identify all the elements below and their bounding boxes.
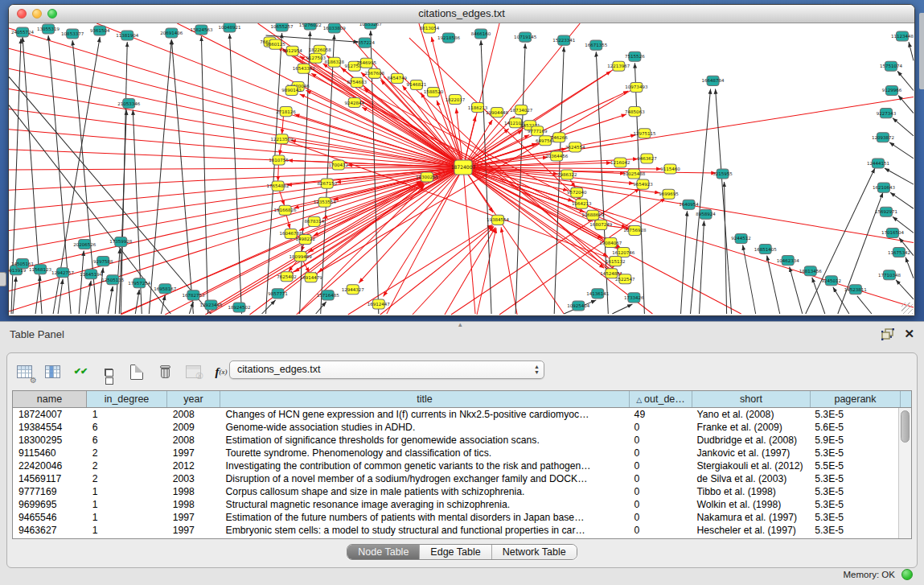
table-cell: Estimation of the future numbers of pati… — [220, 511, 629, 524]
table-settings-icon[interactable]: ⚙ — [15, 363, 33, 381]
table-panel-title: Table Panel — [10, 328, 64, 340]
table-row[interactable]: 946554611997Estimation of the future num… — [13, 511, 899, 524]
graph-node-label: 17016504 — [881, 230, 905, 235]
graph-node-label: 9297588 — [93, 259, 113, 264]
graph-node-label: 9654923 — [633, 182, 653, 187]
table-cell: 2 — [87, 447, 167, 459]
graph-node-label: 18226058 — [309, 47, 332, 52]
row-height-icon[interactable] — [100, 363, 117, 381]
window-titlebar[interactable]: citations_edges.txt — [9, 5, 914, 23]
graph-node-label: 10553267 — [359, 23, 383, 27]
graph-node-label: 7986322 — [557, 172, 577, 177]
table-panel: ▴ Table Panel ✕ ⚙ ✔✔ — [0, 321, 924, 585]
splitter-handle-icon[interactable]: ▴ — [458, 320, 462, 328]
table-cell: 9465546 — [13, 511, 87, 524]
table-row[interactable]: 1872400712008Changes of HCN gene express… — [13, 408, 899, 421]
graph-node-label: 1216042 — [610, 160, 630, 165]
table-selector-combobox[interactable]: citations_edges.txt ▲▼ — [229, 360, 544, 379]
window-resize-grip[interactable] — [901, 303, 913, 314]
graph-node-label: 19218586 — [437, 35, 461, 40]
column-header-out-de-[interactable]: △out_de… — [630, 391, 692, 407]
memory-status-label: Memory: OK — [843, 570, 895, 579]
graph-node-label: 9572040 — [567, 190, 587, 195]
graph-node-label: 1588520 — [424, 89, 444, 94]
table-cell: 5.3E-5 — [809, 511, 899, 524]
table-row[interactable]: 2242004622012Investigating the contribut… — [13, 459, 899, 472]
column-header-pagerank[interactable]: pagerank — [811, 391, 901, 407]
graph-node-label: 1822037 — [446, 97, 466, 102]
status-bar: Memory: OK — [0, 566, 924, 585]
graph-node-label: 1064213 — [572, 201, 592, 206]
graph-node-label: 14136141 — [586, 291, 609, 296]
table-row[interactable]: 969969511998Structural magnetic resonanc… — [13, 498, 899, 511]
combobox-stepper-icon[interactable]: ▲▼ — [534, 364, 540, 375]
zoom-light-icon[interactable] — [47, 9, 57, 19]
traffic-lights — [17, 9, 57, 19]
graph-node-label: 18300295 — [416, 175, 439, 179]
import-table-icon[interactable]: ⓧ — [184, 363, 202, 381]
graph-node-label: 16851405 — [754, 247, 778, 252]
graph-node-label: 1700432 — [328, 163, 348, 167]
graph-node-label: 9860125 — [265, 42, 285, 47]
graph-node-label: 1733426 — [624, 295, 644, 300]
column-header-year[interactable]: year — [167, 391, 220, 407]
table-cell: Tourette syndrome. Phenomenology and cla… — [220, 447, 629, 459]
table-cell: 1 — [87, 511, 167, 524]
network-window[interactable]: citations_edges.txt 24055724130553191085… — [8, 4, 915, 316]
table-row[interactable]: 911546021997Tourette syndrome. Phenomeno… — [13, 447, 899, 459]
float-panel-icon[interactable] — [881, 328, 894, 340]
graph-node-label: 20206526 — [73, 242, 97, 247]
column-header-in-degree[interactable]: in_degree — [87, 391, 167, 407]
table-cell: 2008 — [167, 408, 220, 421]
table-scrollbar-thumb[interactable] — [901, 410, 910, 443]
graph-node-label: 15751074 — [880, 64, 903, 68]
column-header-short[interactable]: short — [692, 391, 811, 407]
graph-node-label: 1640954 — [679, 202, 699, 207]
graph-node-label: 8813054 — [420, 26, 440, 31]
tab-node-table[interactable]: Node Table — [347, 545, 420, 559]
graph-node-label: 16958167 — [154, 286, 177, 291]
graph-node-label: 16033809 — [323, 26, 347, 31]
table-cell: 0 — [629, 421, 692, 434]
tab-edge-table[interactable]: Edge Table — [420, 545, 491, 559]
table-cell: 1 — [87, 485, 167, 498]
graph-node-label: 12944327 — [342, 287, 365, 292]
citation-network-graph[interactable]: 2405572413055319108533779361504113819042… — [9, 23, 914, 315]
adjacent-window-edge — [919, 13, 924, 89]
graph-node-label: 10462334 — [777, 258, 800, 263]
new-table-icon[interactable] — [128, 363, 146, 381]
minimize-light-icon[interactable] — [32, 9, 42, 19]
column-view-icon[interactable] — [43, 363, 61, 381]
left-panel-grip[interactable] — [0, 272, 6, 286]
column-header-title[interactable]: title — [220, 391, 630, 407]
table-cell: 1 — [87, 498, 167, 511]
table-row[interactable]: 1938455462009Genome-wide association stu… — [13, 421, 899, 434]
table-row[interactable]: 946362711997Embryonic stem cells: a mode… — [13, 524, 899, 537]
delete-table-icon[interactable] — [156, 363, 174, 381]
graph-node-label: 7357224 — [355, 40, 376, 45]
table-cell: 5.3E-5 — [809, 408, 899, 421]
table-row[interactable]: 1456911722003Disruption of a novel membe… — [13, 472, 899, 485]
graph-node-label: 12923445 — [199, 303, 223, 307]
graph-node-label: 9115460 — [660, 167, 680, 171]
table-cell: 5.3E-5 — [809, 498, 899, 511]
table-cell: Jankovic et al. (1997) — [691, 447, 809, 459]
graph-node-label: 9699695 — [659, 192, 679, 196]
graph-node-label: 8466160 — [471, 31, 491, 36]
select-columns-icon[interactable]: ✔✔ — [72, 363, 89, 381]
graph-node-label: 8267150 — [317, 181, 337, 186]
close-panel-icon[interactable]: ✕ — [904, 328, 914, 340]
table-row[interactable]: 1830029562008Estimation of significance … — [13, 434, 899, 447]
table-cell: 1997 — [167, 511, 220, 524]
table-cell: 18724007 — [13, 408, 87, 421]
graph-node-label: 8454749 — [388, 76, 408, 80]
tab-network-table[interactable]: Network Table — [492, 545, 577, 559]
column-header-name[interactable]: name — [13, 391, 87, 407]
table-scrollbar[interactable] — [898, 408, 911, 538]
function-builder-icon[interactable]: f(x) — [212, 363, 230, 381]
table-row[interactable]: 977716911998Corpus callosum shape and si… — [13, 485, 899, 498]
close-light-icon[interactable] — [17, 9, 27, 19]
network-canvas[interactable]: 2405572413055319108533779361504113819042… — [9, 23, 914, 315]
graph-node-label: 20691406 — [160, 31, 183, 35]
table-cell: 2009 — [167, 421, 220, 434]
